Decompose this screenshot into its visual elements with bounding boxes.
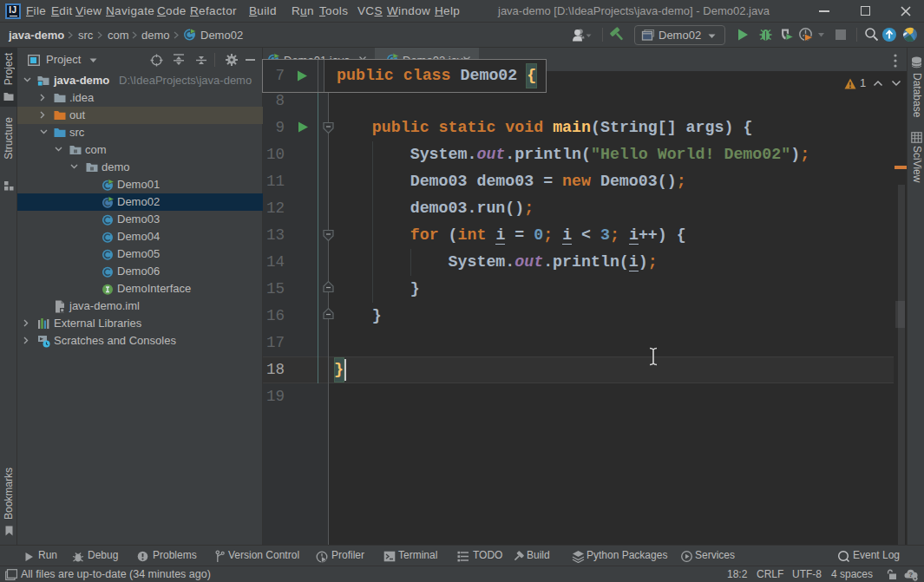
svg-text:?: ? <box>908 571 913 579</box>
